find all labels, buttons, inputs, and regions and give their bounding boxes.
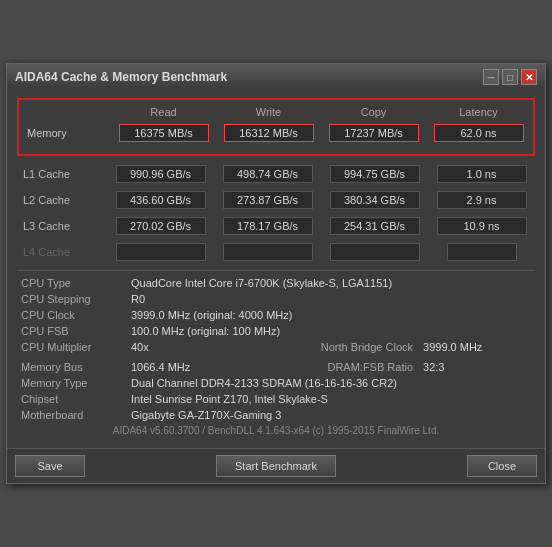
north-bridge-clock-label: North Bridge Clock	[243, 339, 419, 355]
chipset-value: Intel Sunrise Point Z170, Intel Skylake-…	[127, 391, 535, 407]
l2-copy: 380.34 GB/s	[321, 186, 428, 212]
dram-fsb-value: 32:3	[419, 359, 535, 375]
l1-write: 498.74 GB/s	[214, 160, 321, 186]
cpu-clock-label: CPU Clock	[17, 307, 127, 323]
memory-bus-value: 1066.4 MHz	[127, 359, 243, 375]
l2-label: L2 Cache	[17, 186, 107, 212]
l3-latency: 10.9 ns	[428, 212, 535, 238]
memory-copy: 17237 MB/s	[321, 121, 426, 145]
cache-table: L1 Cache 990.96 GB/s 498.74 GB/s 994.75 …	[17, 160, 535, 264]
info-row-chipset: Chipset Intel Sunrise Point Z170, Intel …	[17, 391, 535, 407]
l3-copy: 254.31 GB/s	[321, 212, 428, 238]
memory-type-value: Dual Channel DDR4-2133 SDRAM (16-16-16-3…	[127, 375, 535, 391]
motherboard-label: Motherboard	[17, 407, 127, 423]
memory-highlight-section: Read Write Copy Latency Memory 16375 MB/…	[17, 98, 535, 156]
l3-write: 178.17 GB/s	[214, 212, 321, 238]
dram-fsb-label: DRAM:FSB Ratio	[243, 359, 419, 375]
memory-read: 16375 MB/s	[111, 121, 216, 145]
info-row-cpu-clock: CPU Clock 3999.0 MHz (original: 4000 MHz…	[17, 307, 535, 323]
cpu-multiplier-value: 40x	[127, 339, 243, 355]
info-row-memory-type: Memory Type Dual Channel DDR4-2133 SDRAM…	[17, 375, 535, 391]
table-row-l4: L4 Cache	[17, 238, 535, 264]
l2-latency: 2.9 ns	[428, 186, 535, 212]
col-latency-header: Latency	[426, 103, 531, 121]
l4-read	[107, 238, 214, 264]
l2-write: 273.87 GB/s	[214, 186, 321, 212]
north-bridge-clock-value: 3999.0 MHz	[419, 339, 535, 355]
l4-copy	[321, 238, 428, 264]
table-row-l1: L1 Cache 990.96 GB/s 498.74 GB/s 994.75 …	[17, 160, 535, 186]
table-row-l2: L2 Cache 436.60 GB/s 273.87 GB/s 380.34 …	[17, 186, 535, 212]
l4-write	[214, 238, 321, 264]
l4-label: L4 Cache	[17, 238, 107, 264]
chipset-label: Chipset	[17, 391, 127, 407]
l3-read: 270.02 GB/s	[107, 212, 214, 238]
cpu-fsb-value: 100.0 MHz (original: 100 MHz)	[127, 323, 535, 339]
cpu-type-label: CPU Type	[17, 275, 127, 291]
info-row-cpu-fsb: CPU FSB 100.0 MHz (original: 100 MHz)	[17, 323, 535, 339]
info-row-memory-bus: Memory Bus 1066.4 MHz DRAM:FSB Ratio 32:…	[17, 359, 535, 375]
cpu-stepping-value: R0	[127, 291, 535, 307]
col-read-header: Read	[111, 103, 216, 121]
main-content: Read Write Copy Latency Memory 16375 MB/…	[7, 90, 545, 448]
info-row-cpu-multiplier: CPU Multiplier 40x North Bridge Clock 39…	[17, 339, 535, 355]
window-close-button[interactable]: ✕	[521, 69, 537, 85]
window-title: AIDA64 Cache & Memory Benchmark	[15, 70, 227, 84]
cpu-multiplier-label: CPU Multiplier	[17, 339, 127, 355]
save-button[interactable]: Save	[15, 455, 85, 477]
l1-label: L1 Cache	[17, 160, 107, 186]
info-row-motherboard: Motherboard Gigabyte GA-Z170X-Gaming 3	[17, 407, 535, 423]
l1-copy: 994.75 GB/s	[321, 160, 428, 186]
close-button[interactable]: Close	[467, 455, 537, 477]
cpu-stepping-label: CPU Stepping	[17, 291, 127, 307]
table-row-l3: L3 Cache 270.02 GB/s 178.17 GB/s 254.31 …	[17, 212, 535, 238]
maximize-button[interactable]: □	[502, 69, 518, 85]
motherboard-value: Gigabyte GA-Z170X-Gaming 3	[127, 407, 535, 423]
l2-read: 436.60 GB/s	[107, 186, 214, 212]
memory-latency: 62.0 ns	[426, 121, 531, 145]
title-bar-buttons: ─ □ ✕	[483, 69, 537, 85]
col-copy-header: Copy	[321, 103, 426, 121]
info-row-cpu-type: CPU Type QuadCore Intel Core i7-6700K (S…	[17, 275, 535, 291]
l3-label: L3 Cache	[17, 212, 107, 238]
memory-bus-label: Memory Bus	[17, 359, 127, 375]
cpu-type-value: QuadCore Intel Core i7-6700K (Skylake-S,…	[127, 275, 535, 291]
start-benchmark-button[interactable]: Start Benchmark	[216, 455, 336, 477]
l1-latency: 1.0 ns	[428, 160, 535, 186]
table-row-memory: Memory 16375 MB/s 16312 MB/s 17237 MB/s …	[21, 121, 531, 145]
info-row-cpu-stepping: CPU Stepping R0	[17, 291, 535, 307]
info-table: CPU Type QuadCore Intel Core i7-6700K (S…	[17, 275, 535, 423]
memory-type-label: Memory Type	[17, 375, 127, 391]
main-window: AIDA64 Cache & Memory Benchmark ─ □ ✕ Re…	[6, 63, 546, 484]
memory-label: Memory	[21, 121, 111, 145]
col-write-header: Write	[216, 103, 321, 121]
title-bar: AIDA64 Cache & Memory Benchmark ─ □ ✕	[7, 64, 545, 90]
cpu-fsb-label: CPU FSB	[17, 323, 127, 339]
bottom-bar: Save Start Benchmark Close	[7, 448, 545, 483]
benchmark-table: Read Write Copy Latency Memory 16375 MB/…	[21, 103, 531, 145]
l1-read: 990.96 GB/s	[107, 160, 214, 186]
version-info: AIDA64 v5.60.3700 / BenchDLL 4.1.643-x64…	[17, 423, 535, 440]
l4-latency	[428, 238, 535, 264]
minimize-button[interactable]: ─	[483, 69, 499, 85]
cpu-clock-value: 3999.0 MHz (original: 4000 MHz)	[127, 307, 535, 323]
memory-write: 16312 MB/s	[216, 121, 321, 145]
